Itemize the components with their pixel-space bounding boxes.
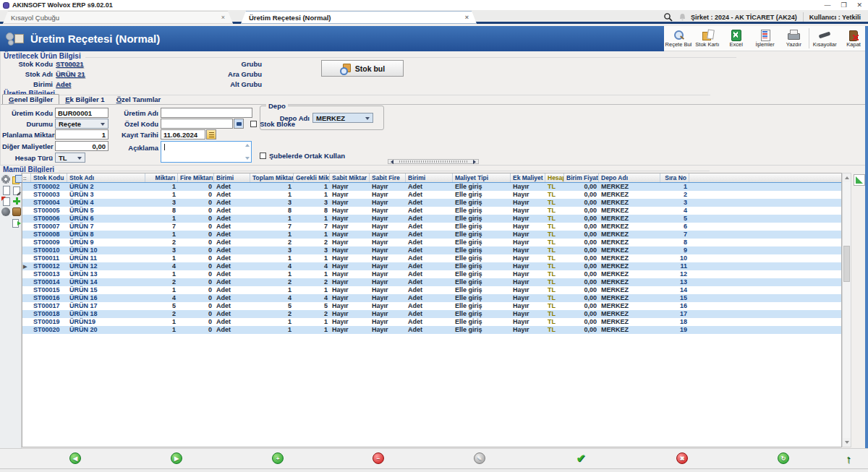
column-header-hesap[interactable]: Hesap [545,173,564,182]
vertical-scrollbar[interactable] [842,173,851,447]
column-header-gerekli-miktar[interactable]: Gerekli Miktar [294,173,330,182]
delete-icon[interactable] [1,197,10,205]
post-button[interactable]: ✔ [575,452,587,464]
splitter-left-arrow[interactable] [391,160,393,164]
birimi-value[interactable]: Adet [56,80,71,88]
table-row[interactable]: ST00013ÜRÜN 1310Adet11HayırHayırAdetElle… [22,270,841,278]
table-row[interactable]: ST00018ÜRÜN 1820Adet22HayırHayırAdetElle… [22,310,841,318]
basket-icon[interactable] [12,207,21,216]
table-row[interactable]: ST00009ÜRÜN 920Adet22HayırHayırAdetElle … [22,239,841,246]
tab--zel-tan-mlar[interactable]: Özel Tanımlar [111,95,167,104]
toolbar-recete-bul-button[interactable]: Reçete Bul [664,26,693,51]
delete-button[interactable]: − [373,452,384,464]
calendar-button[interactable] [206,129,216,140]
minimize-button[interactable]: — [824,1,830,9]
column-header-birimi[interactable]: Birimi [214,173,250,182]
table-row[interactable]: ▶ST00012ÜRÜN 1240Adet44HayırHayırAdetEll… [22,262,841,270]
table-row[interactable]: ST00003ÜRÜN 310Adet11HayırHayırAdetElle … [22,191,841,199]
stok-bul-button[interactable]: Stok bul [321,60,404,77]
table-row[interactable]: ST00010ÜRÜN 1030Adet33HayırHayırAdetElle… [22,246,841,254]
close-button[interactable]: ✕ [856,1,862,9]
send-icon[interactable] [12,218,21,227]
column-header-maliyet-tipi[interactable]: Maliyet Tipi [453,173,511,182]
ozel-kodu-lookup-button[interactable] [234,119,244,129]
column-header-birim-fiyat-[interactable]: Birim Fiyatı [564,173,599,182]
next-button[interactable]: ▶ [171,452,182,464]
edit-button[interactable]: ✎ [474,452,485,464]
scrollbar-up-arrow[interactable] [843,173,851,182]
column-header-sabit-miktar[interactable]: Sabit Miktar [330,173,370,182]
column-header-birimi[interactable]: Birimi [406,173,453,182]
table-row[interactable]: ST00017ÜRÜN 1750Adet55HayırHayırAdetElle… [22,302,841,310]
table-row[interactable]: ST00006ÜRÜN 610Adet11HayırHayırAdetElle … [22,215,841,223]
column-header-stok-ad-[interactable]: Stok Adı [67,173,145,182]
edit-icon[interactable] [12,186,21,194]
up-button[interactable]: ↑ [843,452,854,464]
panel-splitter[interactable] [388,159,479,164]
tab-close-icon[interactable]: × [459,14,469,21]
history-icon[interactable] [1,207,10,216]
cancel-button[interactable]: ✖ [676,452,688,464]
insert-button[interactable]: + [272,452,284,464]
stok-kodu-value[interactable]: ST00021 [56,60,84,68]
new-icon[interactable] [1,186,10,194]
table-row[interactable]: ST00019ÜRÜN1910Adet11HayırHayırAdetElle … [22,318,841,326]
table-row[interactable]: ST00005ÜRÜN 580Adet88HayırHayırAdetElle … [22,207,841,215]
table-row[interactable]: ST00020ÜRÜN 2010Adet11HayırHayırAdetElle… [22,326,841,334]
aciklama-textarea[interactable] [161,141,252,163]
column-header-sabit-fire[interactable]: Sabit Fire [370,173,406,182]
tab-close-icon[interactable]: × [216,14,225,21]
toolbar-stok-karti-button[interactable]: Stok Kartı [693,26,722,51]
kayit-tarihi-input[interactable] [161,129,205,140]
uretim-adi-input[interactable] [161,108,252,118]
table-row[interactable]: ST00015ÜRÜN 1510Adet11HayırHayırAdetElle… [22,286,841,294]
table-row[interactable]: ST00014ÜRÜN 1420Adet22HayırHayırAdetElle… [22,278,841,286]
toolbar-islemler-button[interactable]: İşlemler [751,26,780,51]
cell: Hayır [330,278,370,286]
table-row[interactable]: ST00008ÜRÜN 810Adet11HayırHayırAdetElle … [22,231,841,239]
tab-uretim-recetesi[interactable]: Üretim Reçetesi (Normal) × [241,11,477,24]
toolbar-kapat-button[interactable]: Kapat [839,26,868,51]
cell: 4 [294,294,330,302]
maximize-button[interactable]: ❒ [841,1,846,9]
gear-icon[interactable] [1,175,10,184]
subelerde-ortak-kullan-checkbox[interactable]: Şubelerde Ortak Kullan [260,152,345,160]
toolbar-kisayollar-button[interactable]: Kısayollar [810,26,839,51]
tab-kisayol-cubugu[interactable]: Kısayol Çubuğu × [3,11,233,24]
column-header-fire-miktar-[interactable]: Fire Miktarı [178,173,214,182]
table-row[interactable]: ST00011ÜRÜN 1110Adet11HayırHayırAdetElle… [22,254,841,262]
column-header-ek-maliyet[interactable]: Ek Maliyet [511,173,545,182]
scroll-down-arrow[interactable] [245,157,250,160]
column-header-stok-kodu[interactable]: Stok Kodu [31,173,67,182]
scrollbar-thumb[interactable] [843,246,850,282]
table-row[interactable]: ST00002ÜRÜN 210Adet11HayırHayırAdetElle … [22,183,841,191]
cell: 0 [178,286,214,294]
cell: Elle giriş [453,183,511,191]
stok-adi-value[interactable]: ÜRÜN 21 [56,70,85,78]
grid-maximize-button[interactable] [854,174,865,186]
splitter-right-arrow[interactable] [473,160,476,164]
column-header-s-ra-no[interactable]: Sıra No [660,173,689,182]
toolbar-excel-button[interactable]: Excel [722,26,751,51]
table-row[interactable]: ST00004ÜRÜN 430Adet33HayırHayırAdetElle … [22,199,841,207]
add-icon[interactable] [12,197,21,205]
depo-adi-select[interactable]: MERKEZ [312,113,373,123]
cell: Hayır [330,262,370,270]
prior-button[interactable]: ◀ [69,452,81,464]
hesap-turu-select[interactable]: TL [55,153,85,163]
scroll-up-arrow[interactable] [245,144,250,147]
tab-ek-bilgiler-1[interactable]: Ek Bilgiler 1 [59,95,110,104]
table-row[interactable]: ST00016ÜRÜN 1640Adet44HayırHayırAdetElle… [22,294,841,302]
ozel-kodu-input[interactable] [161,119,233,129]
refresh-button[interactable]: ↻ [778,452,789,464]
toolbar-yazdir-button[interactable]: Yazdır [779,26,808,51]
scrollbar-down-arrow[interactable] [843,438,851,447]
column-header-miktar-[interactable]: Miktarı [145,173,178,182]
tab-genel-bilgiler[interactable]: Genel Bilgiler [2,94,59,104]
search-icon[interactable] [663,12,673,22]
table-row[interactable]: ST00007ÜRÜN 770Adet77HayırHayırAdetElle … [22,223,841,231]
column-header-toplam-miktar[interactable]: Toplam Miktar [250,173,294,182]
bell-icon[interactable] [678,13,686,22]
column-header-depo-ad-[interactable]: Depo Adı [599,173,660,182]
copy-icon[interactable] [12,175,21,184]
